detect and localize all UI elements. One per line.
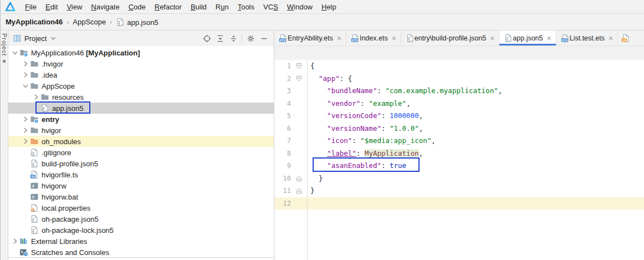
code-text[interactable]: "vendor": "example", (307, 98, 411, 110)
project-stripe-tab[interactable]: Project (1, 33, 8, 56)
svg-text:{..}: {..} (32, 162, 39, 167)
chevron-right-icon[interactable] (21, 137, 30, 146)
tree-item-myapplication46[interactable]: MyApplication46 [MyApplication] (8, 47, 274, 58)
svg-text:{..}: {..} (32, 217, 39, 223)
code-text[interactable]: "asanEnabled": true (307, 160, 406, 172)
tree-item-hvigorw-bat[interactable]: hvigorw.bat (8, 191, 274, 202)
fold-open-icon[interactable] (291, 73, 307, 85)
menu-vcs[interactable]: VCS (259, 3, 283, 11)
line-number: 9 (274, 160, 291, 172)
editor-tab-index-ets[interactable]: ETSIndex.ets× (346, 30, 401, 45)
breadcrumb-item-appscope[interactable]: AppScope (73, 18, 106, 26)
tree-item-appscope[interactable]: AppScope (8, 80, 274, 91)
code-text[interactable]: "versionName": "1.0.0", (307, 123, 423, 135)
close-tab-icon[interactable]: × (337, 34, 341, 42)
code-text[interactable]: } (307, 185, 315, 197)
editor-tab-entry-build-profile-json5[interactable]: {..}entry\build-profile.json5× (401, 30, 499, 45)
menu-navigate[interactable]: Navigate (86, 3, 124, 11)
editor-tab-list-test-ets[interactable]: ETSList.test.ets× (556, 30, 618, 45)
tree-item-local-properties[interactable]: local.properties (8, 202, 274, 213)
chevron-down-icon[interactable] (21, 81, 30, 90)
chevron-right-icon[interactable] (21, 126, 30, 135)
breadcrumb-item-app-json5[interactable]: {..}app.json5 (116, 18, 158, 27)
svg-text:{..}: {..} (42, 106, 49, 112)
close-tab-icon[interactable]: × (547, 34, 551, 42)
menu-view[interactable]: View (62, 3, 86, 11)
chevron-down-icon[interactable] (50, 35, 57, 42)
project-view-selector[interactable]: Project (24, 34, 47, 43)
code-line-7: 7 "icon": "$media:app_icon", (274, 135, 644, 147)
json5-file-icon: {..} (30, 226, 39, 234)
code-text[interactable]: "versionCode": 1000000, (307, 110, 423, 123)
chevron-right-icon[interactable] (11, 237, 19, 246)
chevron-right-icon[interactable] (21, 115, 30, 124)
fold-close-icon[interactable] (291, 185, 307, 197)
fold-close-icon[interactable] (291, 172, 307, 185)
menu-build[interactable]: Build (186, 3, 211, 11)
tree-item-label: oh_modules (42, 137, 81, 146)
code-line-6: 6 "versionName": "1.0.0", (274, 123, 644, 135)
tree-item-build-profile-json5[interactable]: {..}build-profile.json5 (8, 158, 274, 169)
chevron-spacer (21, 192, 30, 201)
close-tab-icon[interactable]: × (609, 34, 613, 42)
tree-item-idea[interactable]: .idea (8, 69, 274, 80)
tree-item-hvigor[interactable]: hvigor (8, 125, 274, 136)
collapse-all-button[interactable] (227, 32, 240, 44)
chevron-right-icon[interactable] (21, 59, 30, 68)
chevron-down-icon[interactable] (11, 48, 19, 57)
expand-all-button[interactable] (213, 32, 227, 44)
breadcrumb-item-myapplication46[interactable]: MyApplication46 (6, 18, 63, 26)
ide-window: FileEditViewNavigateCodeRefactorBuildRun… (0, 0, 644, 260)
code-text[interactable]: "bundleName": "com.example.myapplication… (307, 85, 502, 98)
tree-item-hvigorw[interactable]: hvigorw (8, 180, 274, 191)
fold-spacer (291, 160, 307, 172)
tree-item-entry[interactable]: entry (8, 114, 274, 125)
tree-item-label: External Libraries (31, 237, 87, 246)
tree-item-hvigorfile-ts[interactable]: TShvigorfile.ts (8, 169, 274, 180)
tree-bottom-divider (8, 257, 274, 258)
tree-item-external-libraries[interactable]: External Libraries (8, 236, 274, 247)
menu-refactor[interactable]: Refactor (150, 3, 186, 11)
fold-spacer (291, 110, 307, 123)
code-editor[interactable]: 1{2 "app": {3 "bundleName": "com.example… (274, 60, 644, 260)
code-text[interactable]: "icon": "$media:app_icon", (307, 135, 436, 147)
tree-item-app-json5[interactable]: {..}app.json5 (8, 103, 274, 114)
code-text[interactable]: "app": { (307, 73, 352, 85)
editor-tab-entryability-ets[interactable]: ETSEntryAbility.ets× (274, 30, 346, 45)
locate-button[interactable] (200, 32, 213, 44)
menu-code[interactable]: Code (124, 3, 150, 11)
json5-file-icon: {..} (40, 104, 49, 113)
orange-folder-icon (30, 137, 39, 146)
chevron-right-icon[interactable] (32, 93, 40, 101)
tree-item-oh-package-json5[interactable]: {..}oh-package.json5 (8, 213, 274, 225)
tree-item-oh-package-lock-json5[interactable]: {..}oh-package-lock.json5 (8, 225, 274, 236)
editor-tab-app-json5[interactable]: {..}app.json5× (499, 30, 556, 45)
code-text[interactable]: { (307, 60, 315, 73)
chevron-right-icon[interactable] (21, 70, 30, 79)
fold-open-icon[interactable] (291, 60, 307, 73)
hide-button[interactable] (257, 32, 270, 44)
close-tab-icon[interactable]: × (392, 34, 396, 42)
tree-item-hvigor[interactable]: .hvigor (8, 58, 274, 69)
code-text[interactable]: } (307, 172, 323, 185)
menu-file[interactable]: File (21, 3, 41, 11)
tree-item-oh-modules[interactable]: oh_modules (8, 136, 274, 147)
tree-item-gitignore[interactable]: .gitignore (8, 147, 274, 158)
code-text[interactable]: "label": MyApplication, (307, 147, 423, 160)
menu-run[interactable]: Run (211, 3, 233, 11)
menu-help[interactable]: Help (317, 3, 341, 11)
settings-gear-button[interactable] (244, 32, 257, 44)
tree-item-label: hvigor (42, 126, 61, 135)
module-folder-icon (30, 115, 39, 124)
tree-item-label: MyApplication46 [MyApplication] (31, 48, 140, 57)
menu-tools[interactable]: Tools (233, 3, 259, 11)
chevron-spacer (21, 148, 30, 157)
menu-window[interactable]: Window (283, 3, 317, 11)
close-tab-icon[interactable]: × (490, 34, 494, 42)
tree-item-label: oh-package-lock.json5 (42, 226, 114, 234)
tree-item-resources[interactable]: resources (8, 91, 274, 103)
menu-edit[interactable]: Edit (41, 3, 62, 11)
tree-item-scratches-and-consoles[interactable]: Scratches and Consoles (8, 247, 274, 258)
editor-tab-partial[interactable]: JS (618, 30, 631, 45)
line-number: 4 (274, 98, 291, 110)
